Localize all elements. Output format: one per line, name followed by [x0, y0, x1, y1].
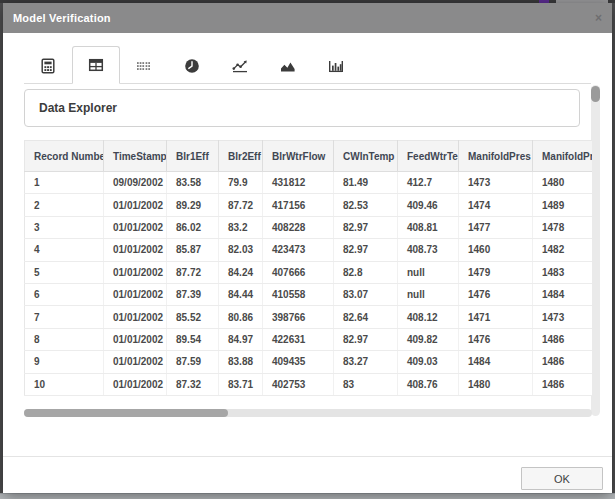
table-row[interactable]: 501/01/200287.7284.2440766682.8null14791…: [25, 261, 593, 283]
close-icon[interactable]: ×: [595, 12, 602, 24]
table-cell: 1486: [533, 351, 593, 373]
table-cell: 83: [334, 373, 398, 395]
tab-grid-dots[interactable]: [120, 49, 168, 83]
column-header[interactable]: Record Number: [25, 141, 104, 172]
table-cell: 6: [25, 283, 104, 305]
table-cell: 01/01/2002: [104, 216, 167, 238]
column-header[interactable]: FeedWtrTemp: [398, 141, 459, 172]
table-cell: 1489: [533, 194, 593, 216]
horizontal-scrollbar[interactable]: [24, 409, 592, 417]
table-cell: 01/01/2002: [104, 306, 167, 328]
table-row[interactable]: 201/01/200289.2987.7241715682.53409.4614…: [25, 194, 593, 216]
table-row[interactable]: 801/01/200289.5484.9742263182.97409.8214…: [25, 328, 593, 350]
table-cell: 402753: [263, 373, 334, 395]
column-header[interactable]: Blr1Eff: [167, 141, 219, 172]
table-cell: 1482: [533, 239, 593, 261]
tab-strip: [24, 46, 591, 84]
table-cell: 1480: [459, 373, 533, 395]
table-cell: 1460: [459, 239, 533, 261]
table-cell: 85.52: [167, 306, 219, 328]
table-cell: 1474: [459, 194, 533, 216]
vertical-scrollbar-thumb[interactable]: [591, 86, 600, 102]
line-chart-icon: [231, 57, 249, 75]
table-cell: 85.87: [167, 239, 219, 261]
table-row[interactable]: 1001/01/200287.3283.7140275383408.761480…: [25, 373, 593, 395]
table-cell: 1473: [459, 172, 533, 194]
table-cell: 1484: [533, 283, 593, 305]
dialog-footer: OK: [3, 456, 612, 493]
table-cell: 408.76: [398, 373, 459, 395]
table-cell: null: [398, 261, 459, 283]
tab-area-chart[interactable]: [264, 49, 312, 83]
table-cell: 3: [25, 216, 104, 238]
table-cell: 422631: [263, 328, 334, 350]
horizontal-scrollbar-thumb[interactable]: [24, 409, 228, 417]
table-row[interactable]: 901/01/200287.5983.8840943583.27409.0314…: [25, 351, 593, 373]
table-row[interactable]: 109/09/200283.5879.943181281.49412.71473…: [25, 172, 593, 194]
column-header[interactable]: TimeStamp: [104, 141, 167, 172]
table-cell: 2: [25, 194, 104, 216]
table-cell: 409.82: [398, 328, 459, 350]
table-row[interactable]: 601/01/200287.3984.4441055883.07null1476…: [25, 283, 593, 305]
table-cell: 409.03: [398, 351, 459, 373]
tab-bar-chart[interactable]: [312, 49, 360, 83]
table-cell: 1486: [533, 373, 593, 395]
table-cell: 410558: [263, 283, 334, 305]
tab-line-chart[interactable]: [216, 49, 264, 83]
table-cell: 1: [25, 172, 104, 194]
table-cell: 1476: [459, 283, 533, 305]
data-table-container: Record NumberTimeStampBlr1EffBlr2EffBlrW…: [24, 140, 592, 409]
tab-calculator[interactable]: [24, 49, 72, 83]
table-cell: 1471: [459, 306, 533, 328]
table-cell: 1483: [533, 261, 593, 283]
table-cell: 01/01/2002: [104, 194, 167, 216]
table-cell: 84.97: [219, 328, 263, 350]
vertical-scrollbar[interactable]: [591, 85, 600, 416]
table-cell: 80.86: [219, 306, 263, 328]
table-row[interactable]: 701/01/200285.5280.8639876682.64408.1214…: [25, 306, 593, 328]
column-header[interactable]: ManifoldPres: [533, 141, 593, 172]
table-cell: 82.8: [334, 261, 398, 283]
table-cell: 83.07: [334, 283, 398, 305]
table-cell: 01/01/2002: [104, 328, 167, 350]
model-verification-dialog: Model Verification ×: [3, 3, 612, 493]
dialog-titlebar: Model Verification ×: [3, 3, 612, 33]
table-cell: 83.2: [219, 216, 263, 238]
column-header[interactable]: ManifoldPres: [459, 141, 533, 172]
table-cell: 409.46: [398, 194, 459, 216]
table-cell: 408.81: [398, 216, 459, 238]
grid-dots-icon: [135, 57, 153, 75]
table-cell: 09/09/2002: [104, 172, 167, 194]
table-row[interactable]: 301/01/200286.0283.240822882.97408.81147…: [25, 216, 593, 238]
data-table: Record NumberTimeStampBlr1EffBlr2EffBlrW…: [24, 140, 592, 396]
table-cell: 82.97: [334, 239, 398, 261]
table-cell: 1477: [459, 216, 533, 238]
table-row[interactable]: 401/01/200285.8782.0342347382.97408.7314…: [25, 239, 593, 261]
column-header[interactable]: CWInTemp: [334, 141, 398, 172]
table-cell: 10: [25, 373, 104, 395]
table-cell: 01/01/2002: [104, 239, 167, 261]
table-cell: 1480: [533, 172, 593, 194]
column-header[interactable]: Blr2Eff: [219, 141, 263, 172]
table-cell: 01/01/2002: [104, 261, 167, 283]
table-cell: 87.32: [167, 373, 219, 395]
data-table-icon: [87, 56, 105, 74]
table-cell: 1486: [533, 328, 593, 350]
ok-button[interactable]: OK: [521, 467, 603, 490]
table-cell: 1478: [533, 216, 593, 238]
data-explorer-header[interactable]: Data Explorer: [24, 89, 580, 127]
table-cell: 8: [25, 328, 104, 350]
tab-data-table[interactable]: [72, 46, 120, 84]
table-cell: 01/01/2002: [104, 373, 167, 395]
table-cell: 01/01/2002: [104, 351, 167, 373]
table-cell: 408.12: [398, 306, 459, 328]
table-cell: 82.97: [334, 216, 398, 238]
table-cell: 87.72: [219, 194, 263, 216]
tab-time-series[interactable]: [168, 49, 216, 83]
table-cell: 409435: [263, 351, 334, 373]
column-header[interactable]: BlrWtrFlow: [263, 141, 334, 172]
table-cell: null: [398, 283, 459, 305]
table-cell: 431812: [263, 172, 334, 194]
table-cell: 423473: [263, 239, 334, 261]
table-cell: 398766: [263, 306, 334, 328]
